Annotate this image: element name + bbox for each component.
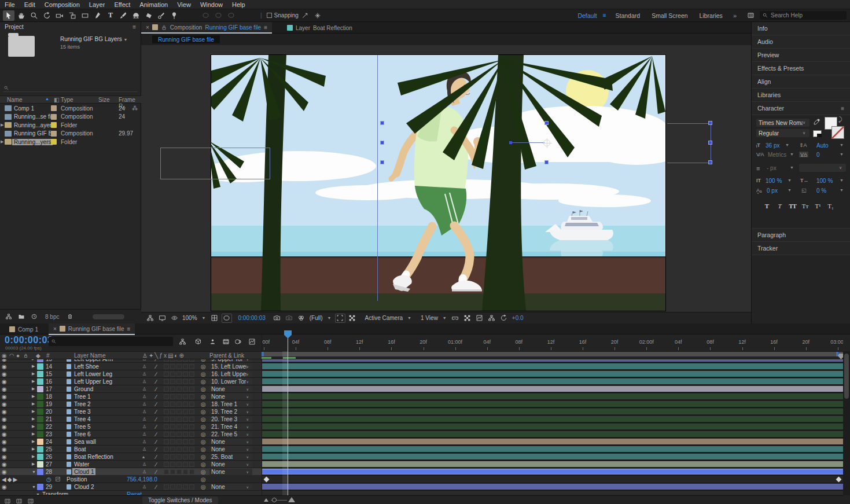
toggle-switches-modes-button[interactable]: Toggle Switches / Modes [142, 496, 218, 504]
faux-style-button-4[interactable]: T¹ [813, 202, 823, 210]
expand-arrow-icon[interactable]: ▶ [32, 393, 35, 400]
shy-switch-icon[interactable]: ♙ [142, 446, 146, 453]
parent-link-select[interactable]: 16. Left Upper∨ [209, 371, 252, 377]
layer-duration-bar[interactable] [262, 431, 843, 437]
property-track-position[interactable] [262, 476, 843, 483]
layer-row-tree-4[interactable]: ◉▶21Tree 4♙∕◎20. Tree 3∨ [0, 415, 262, 423]
switch-box[interactable] [176, 402, 182, 407]
dropdown-arrow-icon[interactable]: ▼ [840, 178, 844, 182]
switch-box[interactable] [183, 409, 188, 414]
roto-brush-tool[interactable] [156, 10, 167, 21]
switch-box[interactable] [164, 432, 169, 437]
track-row-cloud-1[interactable] [262, 468, 843, 476]
layer-row-cloud-1[interactable]: ◉▼28Cloud 1♙∕◎None∨ [0, 468, 262, 476]
switch-box[interactable] [183, 454, 188, 459]
tsume-value[interactable]: 0 % [816, 187, 826, 194]
timeline-zoom-thumb[interactable] [272, 498, 277, 502]
parent-pickwhip-icon[interactable]: ◎ [201, 415, 206, 422]
switch-box[interactable] [183, 417, 188, 422]
faux-style-button-0[interactable]: T [762, 202, 772, 210]
dropdown-arrow-icon[interactable]: ▼ [788, 178, 792, 182]
menu-composition[interactable]: Composition [40, 1, 84, 9]
font-style-select[interactable]: Regular∨ [756, 129, 809, 137]
swap-fill-stroke-icon[interactable]: ⤸ [838, 116, 842, 123]
switch-box[interactable] [170, 379, 175, 384]
selected-item-name[interactable]: Running GIF BG Layers ▼ [60, 36, 127, 42]
layer-row-boat-reflection[interactable]: ◉▶26Boat Reflection▴∕◎25. Boat∨ [0, 453, 262, 461]
zoom-out-mountain-icon[interactable] [264, 498, 268, 502]
hand-tool[interactable] [16, 10, 27, 21]
work-area-start[interactable] [262, 352, 264, 356]
switch-box[interactable] [189, 379, 194, 384]
expand-arrow-icon[interactable]: ▶ [32, 408, 35, 415]
eye-icon[interactable]: ◉ [2, 423, 7, 430]
layer-duration-bar[interactable] [262, 439, 843, 444]
eye-icon[interactable]: ◉ [2, 461, 7, 468]
layer-row-cloud-2[interactable]: ◉▼29Cloud 2♙∕◎None∨ [0, 483, 262, 491]
layer-name[interactable]: Ground [74, 385, 93, 392]
text-box-left-edge[interactable] [377, 55, 378, 301]
shy-switch-icon[interactable]: ♙ [142, 415, 146, 422]
parent-pickwhip-icon[interactable]: ◎ [201, 461, 206, 468]
group-label[interactable]: Transform [42, 491, 68, 495]
dropdown-arrow-icon[interactable]: ▼ [840, 188, 844, 192]
switch-box[interactable] [170, 402, 175, 407]
search-help-field[interactable]: Search Help [760, 11, 847, 20]
eye-icon[interactable]: ◉ [2, 393, 7, 400]
menu-layer[interactable]: Layer [84, 1, 110, 9]
switch-box[interactable] [189, 469, 194, 474]
layer-name[interactable]: Left Upper Leg [74, 378, 112, 385]
parent-link-select[interactable]: 20. Tree 3∨ [209, 416, 252, 422]
switch-box[interactable] [189, 439, 194, 444]
workspace-libraries[interactable]: Libraries [700, 12, 723, 19]
parent-link-select[interactable]: None∨ [209, 484, 252, 490]
panel-header-effects-presets[interactable]: Effects & Presets [752, 62, 850, 75]
workspace-small-screen[interactable]: Small Screen [652, 12, 687, 19]
switch-box[interactable] [189, 432, 194, 437]
region-of-interest-icon[interactable] [335, 314, 345, 323]
layer-name[interactable]: Cloud 2 [74, 483, 94, 490]
property-group-transform[interactable]: ▼TransformReset [0, 491, 262, 495]
composition-mini-flowchart-icon[interactable] [177, 337, 187, 346]
switch-box[interactable] [189, 387, 194, 392]
layer-name[interactable]: Tree 2 [74, 400, 91, 407]
switch-box[interactable] [176, 409, 182, 414]
track-row-boat[interactable] [262, 446, 843, 453]
shy-switch-icon[interactable]: ♙ [142, 438, 146, 445]
layer-row-left-upper-leg[interactable]: ◉▶16Left Upper Leg♙∕◎10. Lower Tor∨ [0, 378, 262, 385]
layer-duration-bar[interactable] [262, 424, 843, 429]
expand-arrow-icon[interactable]: ▶ [32, 415, 35, 422]
layer-duration-bar[interactable] [262, 484, 843, 490]
timeline-search-field[interactable] [49, 337, 173, 346]
switch-box[interactable] [164, 394, 169, 399]
new-composition-icon[interactable] [28, 311, 40, 322]
project-row-running-ayers[interactable]: ▶Running...ayersFolder [0, 121, 141, 130]
layer-duration-bar[interactable] [262, 363, 843, 369]
layer-duration-bar[interactable] [262, 461, 843, 467]
camera-select[interactable]: Active Camera [364, 315, 404, 321]
layer-duration-bar[interactable] [262, 386, 843, 392]
expand-arrow-icon[interactable]: ▶ [32, 378, 35, 385]
panel-header-preview[interactable]: Preview [752, 49, 850, 62]
layer-name-column[interactable]: Layer Name [74, 352, 105, 359]
eye-icon[interactable]: ◉ [2, 385, 7, 392]
panel-menu-icon[interactable]: ≡ [127, 326, 131, 332]
draft-3d-icon[interactable] [193, 337, 203, 346]
parent-link-select[interactable]: None∨ [209, 439, 252, 445]
type-tool[interactable]: T [105, 10, 116, 21]
project-row-comp-1[interactable]: Comp 1Composition24⁂ [0, 104, 141, 113]
label-swatch[interactable] [37, 431, 43, 437]
switch-box[interactable] [164, 484, 169, 490]
quality-switch-icon[interactable]: ∕ [156, 415, 157, 422]
selection-handle[interactable] [544, 160, 549, 164]
quality-switch-icon[interactable]: ∕ [156, 408, 157, 415]
layer-name[interactable]: Cloud 1 [72, 468, 95, 475]
switch-box[interactable] [170, 387, 175, 392]
timeline-tab-active[interactable]: × Running GIF base file ≡ [49, 323, 135, 335]
stroke-color-swatch[interactable] [831, 126, 844, 139]
switch-box[interactable] [164, 469, 169, 474]
label-swatch[interactable] [37, 461, 43, 468]
eye-icon[interactable]: ◉ [2, 431, 7, 437]
switch-box[interactable] [183, 424, 188, 429]
parent-pickwhip-icon[interactable]: ◎ [201, 359, 206, 362]
